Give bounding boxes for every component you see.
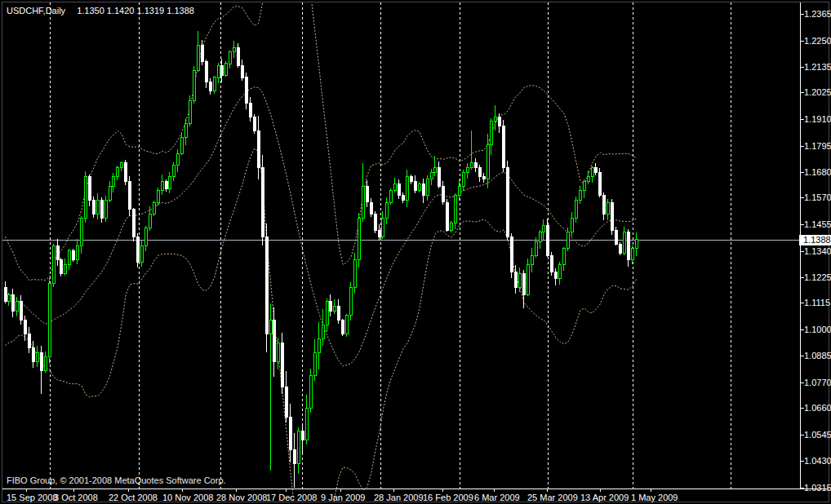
candle-body (381, 219, 384, 237)
candle-body (531, 255, 533, 264)
candle-body (466, 168, 469, 173)
candle-body (109, 186, 111, 200)
candle-body (92, 200, 95, 214)
candle-body (494, 117, 496, 122)
price-tick-label: 1.2365 (804, 9, 831, 19)
chart-canvas[interactable] (2, 2, 829, 502)
candle-body (257, 130, 260, 167)
candle-body (40, 352, 42, 371)
candle-body (305, 408, 308, 440)
price-tick-label: 1.1795 (804, 141, 831, 151)
candle-body (583, 182, 585, 191)
candle-body (229, 52, 231, 64)
candle-body (68, 251, 70, 265)
date-tick-label: 10 Nov 2008 (162, 493, 213, 502)
candle-body (374, 214, 376, 230)
candle-body (587, 177, 589, 182)
candle-body (498, 117, 500, 126)
candle-body (72, 251, 74, 260)
candle-body (450, 223, 452, 231)
price-tick-label: 1.1455 (804, 219, 831, 229)
candle-body (358, 219, 360, 260)
candle-body (205, 61, 207, 82)
candle-body (309, 376, 312, 409)
candle-body (571, 219, 573, 232)
candle-body (209, 82, 211, 91)
candle-body (88, 177, 91, 200)
candle-body (442, 186, 444, 202)
candle-body (474, 163, 477, 168)
date-tick-label: 17 Dec 2008 (266, 493, 317, 502)
candle-body (245, 77, 247, 103)
candle-body (20, 302, 22, 321)
price-tick-label: 1.1910 (804, 114, 831, 124)
candle-body (157, 191, 159, 202)
candle-body (237, 47, 239, 66)
candle-body (341, 321, 344, 334)
candle-body (362, 186, 364, 219)
candle-body (273, 321, 275, 362)
date-tick-label: 1 May 2009 (631, 493, 678, 502)
current-price-badge: 1.1388 (799, 235, 831, 245)
candle-body (433, 168, 436, 173)
candle-body (398, 183, 400, 195)
candle-body (393, 183, 396, 191)
candle-body (76, 246, 78, 260)
candle-body (220, 66, 223, 75)
candle-body (438, 168, 440, 187)
price-tick-label: 1.2250 (804, 36, 831, 46)
candle-body (297, 431, 300, 464)
broker-copyright: FIBO Group, © 2001-2008 MetaQuotes Softw… (7, 475, 226, 485)
candles-layer (4, 31, 638, 488)
date-tick-label: 13 Apr 2009 (580, 493, 629, 502)
candle-body (518, 274, 521, 288)
candle-body (631, 249, 633, 260)
candle-body (550, 255, 553, 272)
candle-body (285, 387, 287, 418)
candle-body (414, 182, 416, 191)
candle-body (567, 232, 569, 249)
candle-body (64, 265, 66, 274)
candle-body (490, 122, 492, 144)
price-tick-label: 1.1570 (804, 192, 831, 202)
candle-body (406, 177, 408, 200)
candle-body (313, 352, 316, 375)
candle-body (579, 191, 581, 200)
date-tick-label: 15 Sep 2008 (7, 493, 57, 502)
candle-body (333, 307, 336, 312)
price-tick-label: 1.0770 (804, 378, 831, 387)
candle-body (128, 182, 131, 210)
candle-body (217, 66, 220, 77)
candle-body (623, 232, 625, 254)
date-tick-label: 9 Jan 2009 (321, 493, 365, 502)
date-tick-label: 16 Feb 2009 (423, 493, 473, 502)
candle-body (16, 302, 18, 311)
candle-body (378, 230, 380, 237)
chart-window: USDCHF,Daily1.1350 1.1420 1.1319 1.1388 … (0, 0, 831, 504)
candle-body (233, 47, 235, 52)
price-tick-label: 1.0315 (804, 483, 831, 493)
candle-body (48, 283, 51, 357)
price-tick-label: 1.1680 (804, 167, 831, 177)
price-tick-label: 1.0885 (804, 351, 831, 360)
ohlc-values: 1.1350 1.1420 1.1319 1.1388 (77, 6, 194, 15)
candle-body (184, 124, 187, 138)
candle-body (56, 246, 59, 260)
candle-body (28, 334, 30, 348)
candle-body (189, 100, 191, 123)
candle-body (575, 200, 577, 219)
candle-body (478, 168, 481, 177)
candle-body (345, 316, 348, 334)
candle-body (514, 272, 517, 288)
candle-body (36, 352, 38, 361)
candle-body (542, 225, 544, 232)
candle-body (426, 179, 429, 196)
candle-body (591, 168, 593, 177)
date-tick-label: 3 Oct 2008 (54, 493, 98, 502)
candle-body (265, 237, 268, 334)
candle-body (136, 237, 139, 263)
candle-body (80, 219, 82, 246)
candle-body (224, 64, 227, 75)
candle-body (140, 246, 143, 263)
candle-body (546, 225, 549, 255)
